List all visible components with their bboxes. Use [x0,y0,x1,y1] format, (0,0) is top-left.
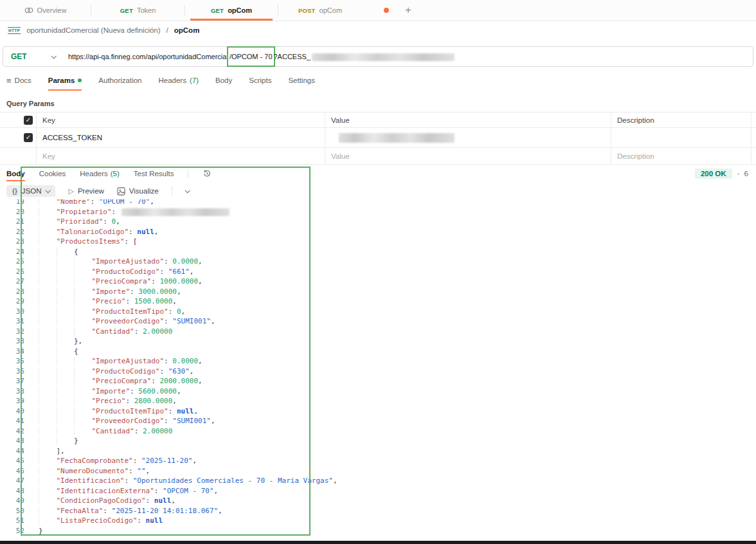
code-text: "Nombre": "OPCOM - 70", [39,199,154,207]
tab-scripts[interactable]: Scripts [249,69,271,92]
row-checkbox[interactable]: ✓ [24,133,33,142]
method-selector[interactable]: GET [3,52,68,61]
code-line: 43 } [5,436,756,446]
code-text: "ListaPrecioCodigo": null [39,516,163,526]
preview-button[interactable]: ▷ Preview [68,187,104,195]
code-line: 32 "Cantidad": 2.00000 [5,327,756,337]
params-active-dot [78,78,82,82]
line-number: 27 [5,277,24,287]
code-text: "Propietario": [39,207,230,217]
response-tab-headers[interactable]: Headers (5) [80,167,120,180]
tab-label: Settings [288,77,315,84]
breadcrumb: HTTP oportunidadComercial (Nueva definic… [0,21,756,39]
response-tab-cookies[interactable]: Cookies [39,167,66,180]
dot-separator [737,173,739,175]
code-line: 31 "ProveedorCodigo": "SUMI001", [5,316,756,327]
line-number: 36 [5,367,24,377]
code-text: { [39,347,78,357]
response-tab-test-results[interactable]: Test Results [134,167,174,180]
line-number: 33 [5,336,24,347]
breadcrumb-collection[interactable]: oportunidadComercial (Nueva definición) [26,26,160,34]
new-description-input[interactable] [617,152,737,160]
request-tab-bar: ≡ Docs Params Authorization Headers (7) … [0,69,756,92]
redacted-token [312,53,455,61]
code-line: 39 "Precio": 2800.0000, [5,396,756,406]
param-row-access-token: ✓ ACCESS_TOKEN [0,128,756,148]
response-tab-bar: Body Cookies Headers (5) Test Results 20… [0,165,756,180]
row-end-cell [751,148,756,164]
code-line: 20 "Propietario": [5,207,756,217]
tab-headers[interactable]: Headers (7) [158,69,199,92]
tab-label: Cookies [39,170,66,177]
param-value-cell[interactable] [325,128,611,147]
line-number: 48 [5,486,24,496]
select-all-checkbox[interactable]: ✓ [24,116,33,125]
code-text: "Prioridad": 0, [39,217,120,227]
code-text: "TalonarioCodigo": null, [39,227,158,237]
line-number: 26 [5,267,24,277]
line-number: 45 [5,456,24,466]
params-header-row: ✓ Key Value Description [0,113,756,128]
tab-params[interactable]: Params [48,69,82,92]
row-end-cell [751,128,756,147]
code-text: "ProductoItemTipo": 0, [39,307,185,317]
response-tab-body[interactable]: Body [6,167,25,180]
overview-icon [24,6,33,14]
history-button[interactable] [203,169,212,178]
chevron-down-icon [46,188,51,193]
code-text: "IdentificacionExterna": "OPCOM - 70", [39,486,218,496]
code-text: "PrecioCompra": 1000.0000, [39,277,203,287]
tab-label: Headers [80,170,107,177]
visualize-button[interactable]: Visualize [117,187,159,195]
http-request-icon: HTTP [8,27,21,34]
line-number: 25 [5,257,24,267]
chevron-down-icon[interactable] [184,188,190,193]
code-line: 28 "Importe": 3000.0000, [5,287,756,297]
line-number: 22 [5,227,24,237]
code-line: 29 "Precio": 1500.0000, [5,296,756,307]
code-text: "Cantidad": 2.00000 [39,327,172,337]
line-number: 40 [5,406,24,417]
tab-get-token[interactable]: GET Token [91,0,184,21]
breadcrumb-current[interactable]: opCom [174,26,200,34]
tab-settings[interactable]: Settings [288,69,315,92]
code-line: 24 { [5,247,756,257]
tab-body[interactable]: Body [215,69,232,92]
tab-get-opcom[interactable]: GET opCom [185,0,278,21]
code-line: 34 { [5,347,756,357]
tab-docs[interactable]: ≡ Docs [6,69,32,92]
code-text: "Importe": 3000.0000, [39,287,181,297]
line-number: 37 [5,376,24,386]
line-number: 30 [5,307,24,317]
format-select-button[interactable]: {} JSON [6,185,55,197]
new-key-input[interactable] [42,152,296,160]
line-number: 29 [5,296,24,307]
new-description-cell [611,148,751,164]
docs-icon: ≡ [6,76,12,86]
code-text: "CondicionPagoCodigo": null, [39,496,176,506]
play-icon: ▷ [68,187,73,195]
url-field[interactable]: https://api-qa.finneg.com/api/oportunida… [68,51,455,62]
line-number: 52 [5,526,24,536]
tab-post-opcom[interactable]: POST opCom [278,0,362,21]
line-number: 35 [5,356,24,367]
new-value-input[interactable] [331,152,583,160]
code-line: 26 "ProductoCodigo": "661", [5,267,756,277]
tab-authorization[interactable]: Authorization [98,69,141,92]
param-description-cell[interactable] [611,128,751,147]
breadcrumb-separator: / [166,26,168,34]
column-header-description: Description [611,113,751,127]
code-line: 50 "FechaAlta": "2025-11-20 14:01:18.067… [5,506,756,516]
code-line: 41 "ProveedorCodigo": "SUMI001", [5,416,756,426]
code-text: "ProveedorCodigo": "SUMI001", [39,316,215,327]
code-line: 48 "IdentificacionExterna": "OPCOM - 70"… [5,486,756,496]
line-number: 38 [5,386,24,397]
code-line: 35 "ImporteAjustado": 0.0000, [5,356,756,367]
param-key-cell[interactable]: ACCESS_TOKEN [36,128,325,147]
new-value-cell [325,148,611,164]
drag-handle-cell [0,148,14,164]
drag-handle-cell[interactable] [0,128,14,147]
url-box: GET https://api-qa.finneg.com/api/oportu… [3,46,753,67]
new-tab-button[interactable]: + [401,4,416,17]
tab-overview[interactable]: Overview [0,0,91,21]
